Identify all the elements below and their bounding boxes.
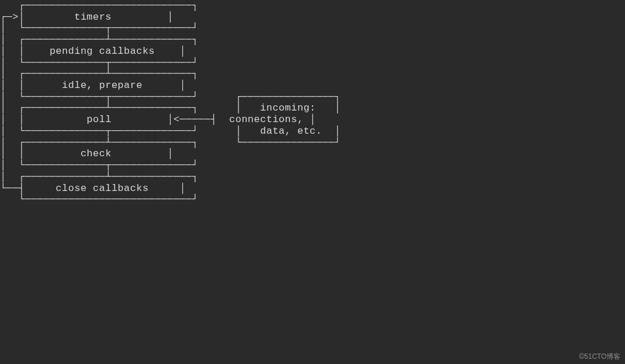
- phase-check-label: check: [80, 148, 112, 159]
- event-loop-ascii-diagram: ┌───────────────────────────┐ ┌─>│ timer…: [0, 0, 625, 205]
- poll-input-arrow: <─────: [174, 114, 211, 125]
- phase-idle-prepare-label: idle, prepare: [62, 80, 142, 91]
- side-box-line-2: data, etc.: [260, 126, 322, 137]
- phase-timers-label: timers: [74, 12, 111, 23]
- phase-poll-label: poll: [87, 114, 112, 125]
- side-box-line-1: incoming:: [260, 102, 315, 113]
- loop-back-arrow: └──: [0, 183, 19, 194]
- loop-entry-arrow: ┌─>: [0, 12, 19, 23]
- phase-close-callbacks-label: close callbacks: [56, 183, 149, 194]
- poll-input-label: connections,: [229, 114, 303, 125]
- watermark: ©51CTO博客: [579, 352, 620, 362]
- phase-pending-callbacks-label: pending callbacks: [50, 46, 155, 57]
